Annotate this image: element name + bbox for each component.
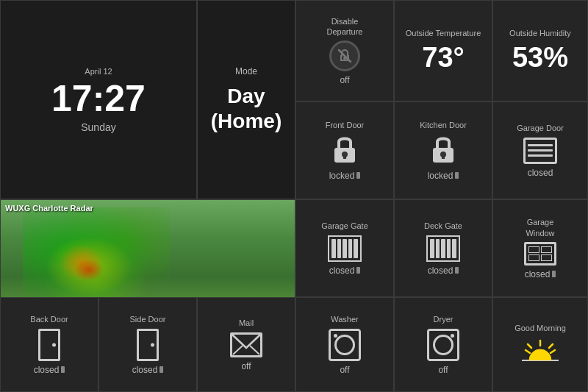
front-door-widget[interactable]: Front Door locked [295, 101, 394, 199]
washer-status-row: off [340, 365, 349, 375]
outside-humidity-hdr: Outside Humidity [509, 28, 571, 38]
datetime-widget: April 12 17:27 Sunday [0, 0, 197, 199]
side-door-bat-icon [159, 366, 163, 373]
svg-line-12 [526, 350, 530, 353]
side-door-widget[interactable]: Side Door closed [98, 297, 197, 392]
mail-widget[interactable]: Mail off [197, 297, 295, 392]
mode-val-lbl: Day (Home) [200, 84, 293, 133]
garage-door-hdr: Garage Door [517, 123, 564, 133]
deck-gate-status-row: closed [428, 266, 459, 276]
outside-humidity-val-lbl: 53% [512, 42, 568, 74]
garage-window-hdr: Garage Window [526, 217, 554, 238]
disable-dep-status: off [340, 75, 349, 85]
svg-line-8 [233, 346, 243, 354]
front-door-bat-icon [356, 172, 360, 179]
deck-gate-bat-icon [455, 267, 459, 274]
svg-rect-7 [442, 154, 445, 159]
front-door-lock-svg [332, 135, 357, 167]
front-door-status-row: locked [329, 171, 361, 181]
washer-hdr: Washer [331, 314, 359, 324]
kitchen-door-bat-icon [455, 172, 459, 179]
svg-rect-4 [343, 154, 346, 159]
garage-gate-hdr: Garage Gate [321, 221, 368, 231]
day-label: Sunday [81, 121, 115, 133]
side-door-hdr: Side Door [130, 314, 166, 324]
good-morning-widget[interactable]: Good Morning [492, 297, 588, 392]
mail-hdr: Mail [239, 318, 254, 328]
deck-gate-svg [426, 235, 460, 262]
back-door-status-row: closed [34, 365, 65, 375]
back-door-knob2 [52, 343, 56, 346]
garage-window-svg [524, 242, 556, 266]
dryer-status-row: off [438, 365, 448, 375]
garage-gate-bat-icon [356, 267, 360, 274]
garage-gate-widget[interactable]: Garage Gate closed [295, 199, 394, 297]
radar-title: WUXG Charlotte Radar [5, 204, 93, 213]
disable-dep-hdr: Disable Departure [327, 16, 363, 38]
disable-departure-widget[interactable]: Disable Departure off [295, 0, 394, 101]
kitchen-door-hdr: Kitchen Door [420, 120, 467, 130]
mail-status-row: off [241, 361, 251, 371]
svg-line-15 [549, 344, 553, 348]
outside-humidity-widget: Outside Humidity 53% [492, 0, 588, 101]
kitchen-door-status-row: locked [428, 171, 459, 181]
back-door-svg [38, 329, 60, 361]
mail-svg [230, 332, 262, 357]
back-door-bat-icon [61, 366, 65, 373]
good-morning-svg [522, 337, 559, 366]
deck-gate-widget[interactable]: Deck Gate closed [394, 199, 492, 297]
dryer-widget[interactable]: Dryer off [394, 297, 492, 392]
kitchen-door-lock-svg [431, 135, 456, 167]
washer-knob-icon [334, 334, 337, 338]
back-door-hdr: Back Door [30, 314, 68, 324]
garage-door-status-row: closed [528, 168, 553, 178]
dryer-svg [427, 329, 459, 361]
garage-window-status-row: closed [525, 269, 556, 279]
time-label: 17:27 [51, 80, 146, 117]
dryer-hdr: Dryer [434, 314, 453, 324]
washer-widget[interactable]: Washer off [295, 297, 394, 392]
washer-drum2 [334, 335, 355, 355]
front-door-hdr: Front Door [326, 120, 365, 130]
side-door-status-row: closed [132, 365, 164, 375]
dryer-dot2 [451, 334, 454, 338]
mode-widget: Mode Day (Home) [197, 0, 295, 199]
deck-gate-hdr: Deck Gate [424, 221, 462, 231]
dryer-drum2 [433, 335, 453, 355]
outside-temp-val-lbl: 73° [422, 42, 464, 74]
mode-header: Mode [235, 66, 257, 76]
svg-line-14 [528, 344, 531, 348]
washer-svg [329, 329, 361, 361]
outside-temp-widget: Outside Temperature 73° [394, 0, 492, 101]
garage-gate-status-row: closed [329, 266, 361, 276]
svg-line-13 [551, 350, 555, 353]
garage-door-widget[interactable]: Garage Door closed [492, 101, 588, 199]
date-label: April 12 [85, 66, 112, 76]
kitchen-door-widget[interactable]: Kitchen Door locked [394, 101, 492, 199]
garage-gate-svg [328, 235, 362, 262]
side-door-svg [137, 329, 159, 361]
garage-window-bat-icon [552, 271, 556, 277]
back-door-widget[interactable]: Back Door closed [0, 297, 98, 392]
side-door-knob2 [151, 343, 154, 346]
svg-line-9 [250, 346, 259, 354]
good-morning-hdr: Good Morning [514, 323, 566, 333]
ui-root: April 12 17:27 Sunday Mode Day (Home) Di… [0, 0, 588, 392]
outside-temp-hdr: Outside Temperature [406, 28, 481, 38]
garage-window-widget[interactable]: Garage Window closed [492, 199, 588, 297]
garage-door-svg [523, 138, 557, 164]
disable-dep-icon [329, 40, 360, 71]
